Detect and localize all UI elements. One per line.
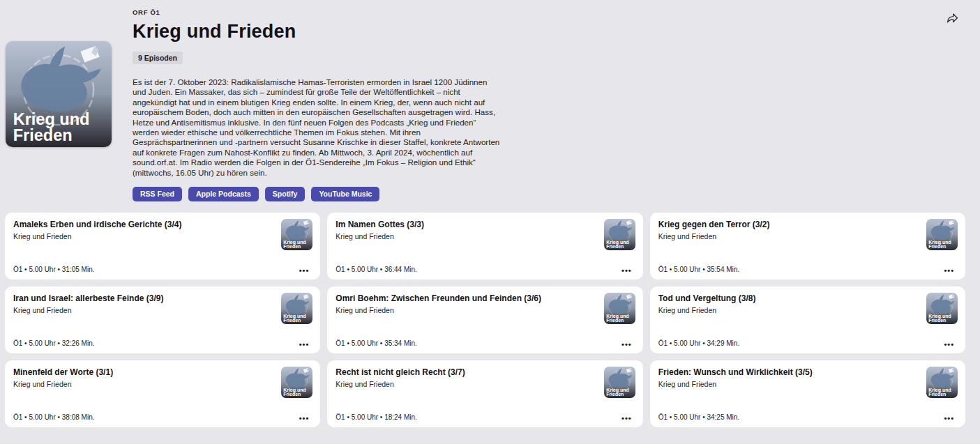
episode-title: Amaleks Erben und irdische Gerichte (3/4… bbox=[13, 220, 312, 229]
episode-card[interactable]: Krieg gegen den Terror (3/2) Krieg und F… bbox=[650, 213, 965, 280]
more-options-icon[interactable]: ••• bbox=[296, 411, 312, 425]
episode-card[interactable]: Amaleks Erben und irdische Gerichte (3/4… bbox=[5, 213, 320, 280]
episode-title: Minenfeld der Worte (3/1) bbox=[13, 367, 312, 377]
episode-show-name: Krieg und Frieden bbox=[336, 232, 634, 240]
episode-show-name: Krieg und Frieden bbox=[13, 380, 312, 388]
episode-title: Im Namen Gottes (3/3) bbox=[336, 220, 634, 229]
episode-show-name: Krieg und Frieden bbox=[658, 306, 957, 314]
episode-cover-art bbox=[604, 367, 635, 398]
subscribe-links: RSS Feed Apple Podcasts Spotify YouTube … bbox=[133, 187, 501, 201]
spotify-button[interactable]: Spotify bbox=[265, 187, 306, 201]
podcast-description: Es ist der 7. Oktober 2023: Radikalislam… bbox=[133, 77, 501, 178]
share-icon bbox=[946, 13, 959, 24]
episode-meta: Ö1 • 5.00 Uhr • 18:24 Min. bbox=[336, 413, 417, 421]
episode-card[interactable]: Iran und Israel: allerbeste Feinde (3/9)… bbox=[5, 286, 320, 353]
channel-label: ORF Ö1 bbox=[133, 8, 501, 16]
more-options-icon[interactable]: ••• bbox=[941, 263, 957, 277]
page-title: Krieg und Frieden bbox=[133, 21, 501, 43]
episode-title: Omri Boehm: Zwischen Freunden und Feinde… bbox=[336, 293, 634, 303]
episode-cover-art bbox=[926, 293, 958, 324]
episode-title: Frieden: Wunsch und Wirklichkeit (3/5) bbox=[658, 367, 957, 377]
episode-show-name: Krieg und Frieden bbox=[336, 306, 634, 314]
episode-show-name: Krieg und Frieden bbox=[658, 232, 957, 240]
episode-meta: Ö1 • 5.00 Uhr • 35:34 Min. bbox=[336, 339, 417, 347]
episode-card[interactable]: Omri Boehm: Zwischen Freunden und Feinde… bbox=[327, 286, 642, 353]
episode-card[interactable]: Recht ist nicht gleich Recht (3/7) Krieg… bbox=[327, 360, 642, 427]
episode-cover-art bbox=[281, 293, 312, 324]
episode-cover-art bbox=[281, 219, 312, 250]
episode-card[interactable]: Tod und Vergeltung (3/8) Krieg und Fried… bbox=[650, 286, 965, 353]
podcast-cover-art bbox=[6, 41, 112, 147]
share-button[interactable] bbox=[944, 11, 960, 28]
podcast-header: ORF Ö1 Krieg und Frieden 9 Episoden Es i… bbox=[133, 8, 501, 201]
episode-meta: Ö1 • 5.00 Uhr • 32:26 Min. bbox=[13, 339, 95, 347]
episode-card[interactable]: Frieden: Wunsch und Wirklichkeit (3/5) K… bbox=[650, 360, 965, 427]
episode-show-name: Krieg und Frieden bbox=[336, 380, 634, 388]
episode-cover-art bbox=[926, 219, 958, 250]
episode-card[interactable]: Im Namen Gottes (3/3) Krieg und Frieden … bbox=[327, 213, 642, 280]
more-options-icon[interactable]: ••• bbox=[619, 411, 635, 425]
episode-meta: Ö1 • 5.00 Uhr • 35:54 Min. bbox=[658, 266, 740, 273]
episode-show-name: Krieg und Frieden bbox=[13, 306, 312, 314]
episode-meta: Ö1 • 5.00 Uhr • 34:25 Min. bbox=[658, 413, 740, 421]
episode-title: Iran und Israel: allerbeste Feinde (3/9) bbox=[13, 293, 312, 303]
episode-cover-art bbox=[281, 367, 312, 398]
episode-cover-art bbox=[926, 367, 958, 398]
more-options-icon[interactable]: ••• bbox=[296, 337, 312, 351]
more-options-icon[interactable]: ••• bbox=[619, 337, 635, 351]
more-options-icon[interactable]: ••• bbox=[619, 263, 635, 277]
youtube-music-button[interactable]: YouTube Music bbox=[311, 187, 379, 201]
episode-meta: Ö1 • 5.00 Uhr • 36:44 Min. bbox=[336, 266, 417, 273]
episode-meta: Ö1 • 5.00 Uhr • 38:08 Min. bbox=[13, 413, 95, 421]
episode-title: Recht ist nicht gleich Recht (3/7) bbox=[336, 367, 634, 377]
more-options-icon[interactable]: ••• bbox=[296, 263, 312, 277]
episode-show-name: Krieg und Frieden bbox=[13, 232, 312, 240]
more-options-icon[interactable]: ••• bbox=[941, 411, 957, 425]
episode-grid: Amaleks Erben und irdische Gerichte (3/4… bbox=[5, 213, 965, 427]
episode-meta: Ö1 • 5.00 Uhr • 34:29 Min. bbox=[658, 339, 740, 347]
episode-count-badge: 9 Episoden bbox=[133, 52, 183, 64]
more-options-icon[interactable]: ••• bbox=[941, 337, 957, 351]
rss-feed-button[interactable]: RSS Feed bbox=[133, 187, 182, 201]
episode-card[interactable]: Minenfeld der Worte (3/1) Krieg und Frie… bbox=[5, 360, 320, 427]
apple-podcasts-button[interactable]: Apple Podcasts bbox=[188, 187, 259, 201]
episode-show-name: Krieg und Frieden bbox=[658, 380, 957, 388]
episode-cover-art bbox=[604, 219, 635, 250]
episode-meta: Ö1 • 5.00 Uhr • 31:05 Min. bbox=[13, 266, 95, 273]
episode-title: Tod und Vergeltung (3/8) bbox=[658, 293, 957, 303]
episode-title: Krieg gegen den Terror (3/2) bbox=[658, 220, 957, 229]
episode-cover-art bbox=[604, 293, 635, 324]
